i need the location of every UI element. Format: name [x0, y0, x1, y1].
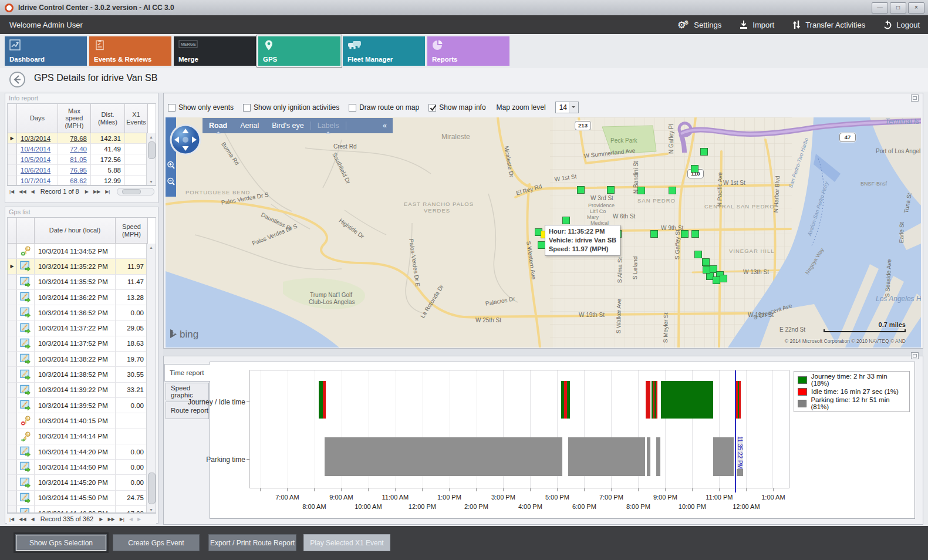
gps-list-row[interactable]: 10/3/2014 11:46:20 PM17.93 — [8, 506, 147, 512]
nav-tab-reports[interactable]: Reports — [427, 36, 509, 66]
max-speed-link[interactable]: 72.40 — [70, 146, 87, 153]
gps-point-marker[interactable] — [669, 187, 676, 194]
max-speed-link[interactable]: 78.68 — [70, 135, 87, 142]
prev-record-button[interactable]: ◀ — [31, 189, 35, 194]
prev-record-button[interactable]: ◀ — [31, 517, 35, 522]
gps-point-marker[interactable] — [720, 275, 727, 282]
checkbox-icon[interactable] — [168, 104, 176, 112]
days-link[interactable]: 10/3/2014 — [21, 135, 50, 142]
info-report-row[interactable]: 10/7/201468.6212.99 — [8, 176, 156, 185]
gps-point-marker[interactable] — [700, 148, 708, 156]
gps-point-marker[interactable] — [637, 187, 645, 194]
footer-button-create-gps-event[interactable]: Create Gps Event — [113, 534, 200, 551]
gps-list-row[interactable]: 10/3/2014 11:39:22 PM33.21 — [8, 383, 147, 398]
next-record-button[interactable]: ▶ — [99, 517, 103, 522]
prev-page-button[interactable]: ◀◀ — [19, 517, 26, 522]
topbar-action-settings[interactable]: ⚙⚙Settings — [677, 19, 721, 31]
days-cell[interactable]: 10/7/2014 — [17, 176, 58, 185]
chart-tab-time-report[interactable]: Time report — [164, 364, 210, 382]
gps-point-marker[interactable] — [650, 230, 658, 238]
info-column-header[interactable]: Dist. (Miles) — [91, 104, 125, 133]
maximize-button[interactable]: □ — [890, 2, 906, 14]
info-column-header[interactable]: Days — [17, 104, 58, 133]
gps-point-marker[interactable] — [681, 230, 689, 238]
max-speed-cell[interactable]: 78.68 — [58, 133, 91, 144]
footer-button-play-selected-x1-event[interactable]: Play Selected X1 Event — [303, 534, 390, 551]
gps-list-row[interactable]: 10/3/2014 11:45:50 PM24.75 — [8, 491, 147, 506]
checkbox-icon[interactable] — [243, 104, 251, 112]
max-speed-cell[interactable]: 81.05 — [58, 154, 91, 165]
gps-column-header[interactable]: Speed (MPH) — [116, 218, 148, 244]
max-speed-link[interactable]: 68.62 — [70, 177, 87, 184]
days-cell[interactable]: 10/4/2014 — [17, 144, 58, 154]
topbar-action-transfer-activities[interactable]: Transfer Activities — [792, 20, 865, 29]
gps-column-header[interactable]: Date / hour (local) — [35, 218, 116, 244]
nav-tab-merge[interactable]: MERGEMerge — [174, 36, 256, 66]
first-record-button[interactable]: |◀ — [9, 517, 14, 522]
nav-tab-dashboard[interactable]: Dashboard — [5, 36, 87, 66]
map-style-bird-s-eye[interactable]: Bird's eye — [272, 122, 304, 130]
days-cell[interactable]: 10/5/2014 — [17, 154, 58, 165]
prev-page-button[interactable]: ◀◀ — [19, 189, 26, 194]
days-link[interactable]: 10/5/2014 — [21, 156, 50, 163]
gps-list-row[interactable]: 10/3/2014 11:36:22 PM13.28 — [8, 290, 147, 305]
days-link[interactable]: 10/6/2014 — [21, 167, 50, 174]
days-cell[interactable]: 10/6/2014 — [17, 165, 58, 176]
days-link[interactable]: 10/4/2014 — [21, 146, 50, 153]
map-panel-maximize-button[interactable] — [911, 95, 919, 102]
checkbox-draw-route-on-map[interactable]: Draw route on map — [349, 103, 419, 112]
window-titlebar[interactable]: Idrive Control Center - 3.0.2 version - … — [0, 0, 928, 16]
checkbox-icon[interactable] — [349, 104, 356, 112]
map-style-aerial[interactable]: Aerial — [240, 122, 259, 130]
gps-list-row[interactable]: 10/3/2014 11:38:22 PM19.70 — [8, 352, 147, 367]
info-horizontal-scrollbar[interactable] — [117, 188, 154, 195]
checkbox-show-map-info[interactable]: Show map info — [428, 103, 485, 112]
days-link[interactable]: 10/7/2014 — [21, 177, 50, 184]
bing-map[interactable]: RoadAerialBird's eyeLabels« MiralestePec… — [166, 117, 921, 348]
gps-list-row[interactable]: 10/3/2014 11:36:52 PM0.00 — [8, 305, 147, 321]
checkbox-show-only-events[interactable]: Show only events — [168, 103, 234, 112]
info-report-row[interactable]: ▶10/3/201478.68142.31 — [8, 133, 156, 144]
topbar-action-import[interactable]: Import — [739, 20, 774, 29]
gps-list-row[interactable]: 10/3/2014 11:37:52 PM18.63 — [8, 336, 147, 352]
chart-panel-maximize-button[interactable] — [911, 352, 919, 359]
last-record-button[interactable]: ▶| — [105, 189, 110, 194]
map-style-labels[interactable]: Labels — [318, 122, 339, 130]
gps-list-row[interactable]: 10/3/2014 11:44:20 PM0.00 — [8, 444, 147, 460]
last-record-button[interactable]: ▶| — [120, 517, 124, 522]
topbar-action-logout[interactable]: Logout — [883, 20, 920, 29]
checkbox-checked-icon[interactable] — [428, 104, 436, 112]
gps-column-header[interactable] — [8, 218, 17, 244]
gps-list-row[interactable]: 10/3/2014 11:44:14 PM — [8, 429, 147, 444]
max-speed-cell[interactable]: 72.40 — [58, 144, 91, 154]
info-grid-scrollbar[interactable]: ▲ ▼ — [146, 133, 156, 185]
gps-column-header[interactable] — [17, 218, 35, 244]
nav-tab-gps[interactable]: GPS — [258, 36, 340, 66]
gps-list-row[interactable]: 10/3/2014 11:40:15 PM — [8, 413, 147, 429]
gps-list-row[interactable]: 10/3/2014 11:39:52 PM0.00 — [8, 398, 147, 413]
info-column-header[interactable]: Max speed (MPH) — [58, 104, 91, 133]
max-speed-link[interactable]: 81.05 — [70, 156, 87, 163]
max-speed-cell[interactable]: 68.62 — [58, 176, 91, 185]
gps-point-marker[interactable] — [607, 186, 615, 194]
gps-point-marker[interactable] — [577, 186, 585, 194]
gps-point-marker[interactable] — [703, 266, 710, 274]
info-report-row[interactable]: 10/6/201476.955.88 — [8, 165, 156, 176]
info-report-row[interactable]: 10/5/201481.05172.56 — [8, 154, 156, 165]
gps-grid-scrollbar[interactable]: ▲ ▼ — [146, 244, 156, 513]
hscroll-right-button[interactable]: ▶ — [137, 517, 141, 522]
next-page-button[interactable]: ▶▶ — [107, 517, 114, 522]
horizontal-splitter[interactable] — [163, 349, 923, 356]
days-cell[interactable]: 10/3/2014 — [17, 133, 58, 144]
next-record-button[interactable]: ▶ — [85, 189, 89, 194]
gps-point-marker[interactable] — [694, 251, 702, 258]
footer-button-show-gps-selection[interactable]: Show Gps Selection — [15, 534, 107, 551]
gps-point-marker[interactable] — [702, 258, 710, 266]
back-button[interactable] — [9, 72, 25, 87]
minimize-button[interactable]: — — [872, 2, 888, 14]
hscroll-left-button[interactable]: ◀ — [129, 517, 133, 522]
next-page-button[interactable]: ▶▶ — [93, 189, 100, 194]
footer-button-export-print-route-report[interactable]: Export / Print Route Report — [208, 534, 296, 551]
gps-list-row[interactable]: 10/3/2014 11:38:52 PM30.55 — [8, 367, 147, 382]
nav-tab-fleet-manager[interactable]: Fleet Manager — [343, 36, 425, 66]
